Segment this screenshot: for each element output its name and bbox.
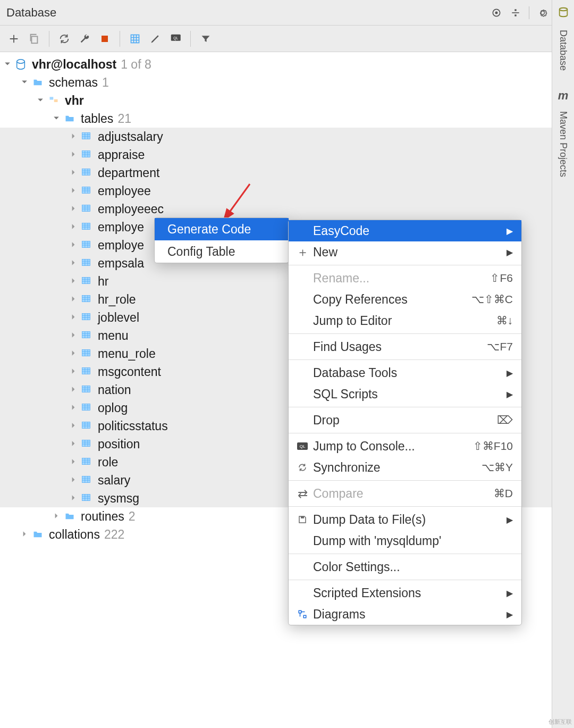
chevron-right-icon[interactable]: [70, 223, 78, 231]
menu-db-tools[interactable]: Database Tools▶: [289, 362, 521, 383]
table-name: hr: [98, 274, 108, 289]
menu-copy-references[interactable]: Copy References⌥⇧⌘C: [289, 289, 521, 310]
chevron-right-icon[interactable]: [53, 513, 61, 520]
menu-scripted-ext[interactable]: Scripted Extensions▶: [289, 582, 521, 604]
menu-jump-console[interactable]: QLJump to Console...⇧⌘F10: [289, 436, 521, 457]
chevron-right-icon[interactable]: [70, 260, 78, 267]
table-icon: [81, 186, 94, 196]
table-icon: [81, 149, 94, 160]
chevron-down-icon[interactable]: [37, 97, 45, 104]
menu-config-table[interactable]: Config Table: [155, 240, 289, 263]
chevron-right-icon[interactable]: [70, 404, 78, 412]
menu-color-settings[interactable]: Color Settings...: [289, 556, 521, 578]
chevron-right-icon[interactable]: [70, 133, 78, 140]
svg-point-1: [495, 12, 497, 13]
chevron-right-icon[interactable]: [70, 368, 78, 375]
chevron-right-icon[interactable]: [70, 241, 78, 249]
maven-icon[interactable]: m: [558, 89, 569, 103]
divide-icon[interactable]: [510, 7, 521, 19]
menu-jump-editor[interactable]: Jump to Editor⌘↓: [289, 310, 521, 331]
chevron-right-icon[interactable]: [70, 151, 78, 158]
tree-tables[interactable]: tables 21: [0, 110, 574, 128]
tables-label: tables: [81, 112, 113, 126]
add-icon[interactable]: [6, 31, 21, 46]
svg-rect-8: [131, 35, 139, 43]
toolbar-divider-1: [49, 31, 49, 47]
menu-color-settings-label: Color Settings...: [313, 560, 400, 574]
table-name: adjustsalary: [98, 130, 163, 144]
chevron-right-icon[interactable]: [70, 495, 78, 502]
svg-rect-113: [82, 495, 90, 501]
tab-maven[interactable]: Maven Projects: [556, 108, 570, 180]
copy-icon[interactable]: [27, 31, 41, 46]
table-row[interactable]: department: [0, 164, 574, 182]
db-icon: [15, 59, 28, 70]
svg-rect-124: [303, 615, 306, 618]
menu-dump-mysql[interactable]: Dump with 'mysqldump': [289, 530, 521, 551]
menu-find-usages[interactable]: Find Usages⌥F7: [289, 336, 521, 357]
chevron-down-icon[interactable]: [4, 61, 12, 68]
svg-rect-33: [82, 205, 90, 212]
chevron-right-icon[interactable]: [70, 440, 78, 448]
tree-root[interactable]: vhr@localhost 1 of 8: [0, 55, 574, 73]
menu-new[interactable]: ＋New▶: [289, 241, 521, 263]
sql-icon[interactable]: QL: [168, 31, 183, 46]
table-name: employe: [98, 238, 144, 253]
db-tool-icon[interactable]: [558, 6, 569, 21]
table-icon: [81, 457, 94, 467]
menu-drop[interactable]: Drop⌦: [289, 409, 521, 431]
chevron-down-icon[interactable]: [53, 115, 61, 122]
menu-separator: [289, 265, 521, 265]
table-row[interactable]: employee: [0, 182, 574, 200]
svg-rect-103: [82, 458, 90, 465]
chevron-right-icon[interactable]: [70, 296, 78, 303]
chevron-down-icon[interactable]: [21, 79, 29, 86]
menu-find-usages-shortcut: ⌥F7: [487, 340, 513, 353]
table-row[interactable]: adjustsalary: [0, 128, 574, 146]
table-row[interactable]: appraise: [0, 146, 574, 164]
menu-diagrams[interactable]: Diagrams▶: [289, 604, 521, 625]
menu-sql-scripts[interactable]: SQL Scripts▶: [289, 383, 521, 405]
chevron-right-icon[interactable]: [70, 278, 78, 285]
folder-icon: [64, 113, 77, 124]
tab-database[interactable]: Database: [556, 27, 570, 74]
table-row[interactable]: employeeec: [0, 200, 574, 218]
chevron-right-icon[interactable]: [70, 422, 78, 430]
table-icon: [81, 222, 94, 232]
svg-rect-23: [82, 169, 90, 175]
chevron-right-icon[interactable]: [70, 205, 78, 213]
chevron-right-icon[interactable]: [70, 314, 78, 321]
chevron-right-icon[interactable]: [70, 187, 78, 195]
menu-dump-data[interactable]: Dump Data to File(s)▶: [289, 509, 521, 530]
svg-rect-53: [82, 278, 90, 284]
folder-icon: [64, 511, 77, 522]
svg-rect-2: [512, 12, 519, 13]
chevron-right-icon[interactable]: [21, 531, 29, 538]
chevron-right-icon[interactable]: [70, 350, 78, 357]
tree-schema-vhr[interactable]: vhr: [0, 91, 574, 110]
tree-schemas[interactable]: schemas 1: [0, 73, 574, 91]
chevron-right-icon[interactable]: [70, 169, 78, 177]
tree-root-label: vhr@localhost: [32, 57, 116, 72]
chevron-right-icon[interactable]: [70, 458, 78, 466]
grid-icon[interactable]: [128, 31, 142, 46]
table-name: position: [98, 437, 140, 451]
gear-icon[interactable]: [537, 7, 548, 19]
wrench-icon[interactable]: [77, 31, 92, 46]
menu-config-table-label: Config Table: [167, 245, 235, 259]
menu-easycode[interactable]: EasyCode▶: [289, 220, 521, 241]
menu-compare-shortcut: ⌘D: [494, 487, 513, 500]
svg-text:QL: QL: [173, 36, 178, 40]
target-icon[interactable]: [491, 7, 502, 19]
refresh-icon[interactable]: [57, 31, 72, 46]
chevron-right-icon[interactable]: [70, 386, 78, 394]
chevron-right-icon[interactable]: [70, 332, 78, 339]
stop-icon[interactable]: [97, 31, 112, 46]
menu-jump-console-shortcut: ⇧⌘F10: [473, 440, 513, 453]
menu-synchronize[interactable]: Synchronize⌥⌘Y: [289, 457, 521, 478]
menu-generate-code[interactable]: Generate Code: [155, 218, 289, 240]
svg-rect-58: [82, 296, 90, 302]
chevron-right-icon[interactable]: [70, 476, 78, 484]
filter-icon[interactable]: [198, 31, 213, 46]
edit-icon[interactable]: [148, 31, 163, 46]
